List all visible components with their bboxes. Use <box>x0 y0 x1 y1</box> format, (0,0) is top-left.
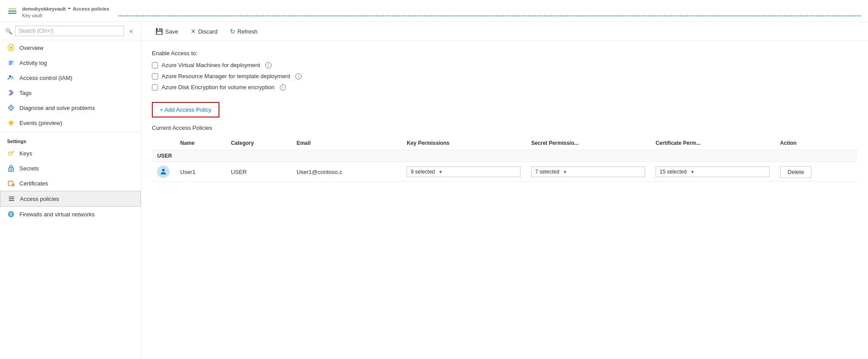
key-permissions-chevron: ▼ <box>438 170 443 174</box>
save-icon: 💾 <box>155 28 163 35</box>
svg-rect-3 <box>9 61 13 62</box>
th-email: Email <box>291 136 402 150</box>
settings-section-label: Settings <box>0 134 141 146</box>
enable-access-label: Enable Access to: <box>152 50 857 57</box>
action-cell: Delete <box>775 162 857 182</box>
header-title: demobyokkeyvault - Access policies Key v… <box>22 4 109 18</box>
th-name: Name <box>175 136 226 150</box>
checkbox-label-vm: Azure Virtual Machines for deployment <box>162 62 260 68</box>
sidebar-label-diagnose: Diagnose and solve problems <box>19 105 95 111</box>
user-email: User1@contoso.c <box>297 169 343 175</box>
checkbox-row-vm: Azure Virtual Machines for deployment i <box>152 62 857 68</box>
sidebar-item-access-control[interactable]: Access control (IAM) <box>0 70 141 85</box>
user-avatar-cell <box>152 162 175 182</box>
delete-label: Delete <box>788 169 804 175</box>
sidebar-item-diagnose[interactable]: Diagnose and solve problems <box>0 100 141 115</box>
save-button[interactable]: 💾 Save <box>150 26 184 37</box>
key-permissions-cell: 9 selected ▼ <box>401 162 526 182</box>
sidebar-search-container: 🔍 « <box>0 22 141 40</box>
table-row: User1 USER User1@contoso.c 9 selected ▼ <box>152 162 857 182</box>
discard-icon: ✕ <box>191 28 196 35</box>
secret-permissions-dropdown[interactable]: 7 selected ▼ <box>531 166 645 177</box>
sidebar-item-tags[interactable]: Tags <box>0 85 141 100</box>
svg-rect-5 <box>9 64 11 65</box>
content-area: 💾 Save ✕ Discard ↻ Refresh Enable Access… <box>141 22 868 359</box>
user-name-cell: User1 <box>175 162 226 182</box>
user-avatar <box>157 166 170 178</box>
info-icon-disk[interactable]: i <box>280 84 286 91</box>
events-icon <box>7 119 15 127</box>
sidebar-item-certificates[interactable]: ★ Certificates <box>0 176 141 191</box>
key-permissions-dropdown[interactable]: 9 selected ▼ <box>407 166 521 177</box>
sidebar: 🔍 « Overview Activity log <box>0 22 141 359</box>
sidebar-label-certificates: Certificates <box>19 180 48 187</box>
info-icon-vm[interactable]: i <box>265 62 272 68</box>
sidebar-divider-settings <box>0 132 141 132</box>
th-key-permissions: Key Permissions <box>401 136 526 150</box>
cert-permissions-dropdown[interactable]: 15 selected ▼ <box>656 166 770 177</box>
content-body: Enable Access to: Azure Virtual Machines… <box>141 41 868 359</box>
access-policies-table: Name Category Email Key Permissions Secr… <box>152 136 857 182</box>
info-icon-arm[interactable]: i <box>295 73 302 79</box>
svg-point-1 <box>10 46 12 49</box>
certificates-icon: ★ <box>7 179 15 187</box>
svg-point-29 <box>162 169 165 171</box>
checkbox-vm[interactable] <box>152 62 158 68</box>
keys-icon <box>7 149 15 157</box>
save-label: Save <box>165 28 178 35</box>
svg-rect-4 <box>9 63 12 64</box>
sidebar-label-keys: Keys <box>19 150 32 157</box>
vault-subtitle: Key vault <box>22 13 109 18</box>
toolbar: 💾 Save ✕ Discard ↻ Refresh <box>141 22 868 41</box>
current-policies-label: Current Access Policies <box>152 125 857 131</box>
discard-label: Discard <box>198 28 218 35</box>
user-category: USER <box>231 169 247 175</box>
secret-permissions-cell: 7 selected ▼ <box>526 162 650 182</box>
sidebar-item-events[interactable]: Events (preview) <box>0 115 141 130</box>
secret-permissions-value: 7 selected <box>535 169 559 175</box>
vault-name-title: demobyokkeyvault - Access policies <box>22 4 109 13</box>
checkbox-arm[interactable] <box>152 73 158 79</box>
firewalls-icon <box>7 210 15 218</box>
access-policies-icon <box>8 195 15 203</box>
key-permissions-value: 9 selected <box>411 169 435 175</box>
svg-point-13 <box>8 152 12 155</box>
cert-permissions-value: 15 selected <box>660 169 687 175</box>
user-name: User1 <box>180 169 196 175</box>
delete-button[interactable]: Delete <box>780 166 812 178</box>
svg-marker-12 <box>8 120 14 126</box>
search-icon: 🔍 <box>5 28 12 34</box>
checkbox-row-arm: Azure Resource Manager for template depl… <box>152 73 857 79</box>
discard-button[interactable]: ✕ Discard <box>185 26 223 37</box>
sidebar-item-keys[interactable]: Keys <box>0 146 141 161</box>
add-access-policy-button[interactable]: + Add Access Policy <box>152 102 219 117</box>
sidebar-item-activity-log[interactable]: Activity log <box>0 55 141 70</box>
sidebar-item-secrets[interactable]: Secrets <box>0 161 141 176</box>
main-layout: 🔍 « Overview Activity log <box>0 22 868 359</box>
overview-icon <box>7 44 15 52</box>
search-input[interactable] <box>15 26 124 36</box>
svg-point-11 <box>11 109 11 110</box>
secret-permissions-chevron: ▼ <box>563 170 567 174</box>
refresh-button[interactable]: ↻ Refresh <box>225 26 263 37</box>
page-header: demobyokkeyvault - Access policies Key v… <box>0 0 868 22</box>
sidebar-item-access-policies[interactable]: Access policies <box>0 191 141 207</box>
secrets-icon <box>7 164 15 172</box>
sidebar-label-iam: Access control (IAM) <box>19 75 72 81</box>
collapse-button[interactable]: « <box>127 26 136 35</box>
sidebar-item-overview[interactable]: Overview <box>0 40 141 55</box>
diagnose-icon <box>7 104 15 112</box>
group-label: USER <box>152 150 857 162</box>
checkbox-label-arm: Azure Resource Manager for template depl… <box>162 73 290 79</box>
refresh-label: Refresh <box>238 28 258 35</box>
user-email-cell: User1@contoso.c <box>291 162 402 182</box>
checkbox-label-disk: Azure Disk Encryption for volume encrypt… <box>162 84 275 91</box>
add-policy-label: + Add Access Policy <box>160 106 211 113</box>
th-secret-permissions: Secret Permissio... <box>526 136 650 150</box>
sidebar-label-overview: Overview <box>19 45 43 51</box>
sidebar-item-firewalls[interactable]: Firewalls and virtual networks <box>0 207 141 222</box>
checkbox-disk[interactable] <box>152 84 158 91</box>
sidebar-label-events: Events (preview) <box>19 120 62 126</box>
header-divider <box>118 15 861 16</box>
sidebar-label-activity-log: Activity log <box>19 60 47 66</box>
